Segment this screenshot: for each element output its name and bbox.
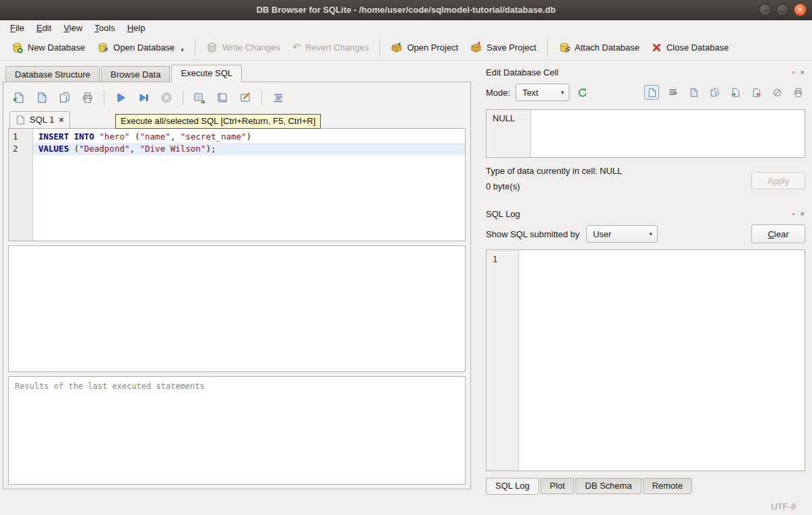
chevron-down-icon: ▾ <box>561 89 565 96</box>
sql-log-filter-row: Show SQL submitted by User ▾ Clear <box>486 224 805 244</box>
tab-database-structure[interactable]: Database Structure <box>5 66 100 82</box>
sql-toolbar <box>8 86 466 109</box>
open-project-button[interactable]: Open Project <box>385 38 464 57</box>
tab-browse-data[interactable]: Browse Data <box>101 66 170 82</box>
menu-file[interactable]: File <box>4 22 30 34</box>
apply-data-icon[interactable] <box>575 85 590 100</box>
results-grid[interactable] <box>8 245 466 372</box>
sql-editor[interactable]: 1 2 INSERT INTO "hero" ("name", "secret_… <box>8 128 466 241</box>
cell-type-info: Type of data currently in cell: NULL <box>486 166 751 176</box>
log-line-number: 1 <box>493 255 497 264</box>
chevron-down-icon: ▾ <box>649 231 652 237</box>
execute-current-line-button[interactable] <box>134 88 153 107</box>
open-project-label: Open Project <box>407 42 458 53</box>
open-sql-dictionary-icon[interactable] <box>213 88 232 107</box>
attach-database-button[interactable]: Attach Database <box>553 38 646 57</box>
titlebar: DB Browser for SQLite - /home/user/code/… <box>0 0 812 20</box>
save-project-button[interactable]: Save Project <box>464 38 542 57</box>
results-message-area[interactable]: Results of the last executed statements <box>8 376 466 485</box>
execute-sql-panel: SQL 1 × Execute all/selected SQL [Ctrl+R… <box>3 82 471 489</box>
export-cell-data-icon[interactable] <box>749 85 763 100</box>
sql-punct: ) <box>247 131 252 142</box>
new-database-icon <box>11 42 23 53</box>
write-changes-label: Write Changes <box>222 42 280 53</box>
menu-tools[interactable]: Tools <box>88 22 121 34</box>
print-cell-icon[interactable] <box>790 85 805 100</box>
float-dock-icon[interactable]: ▫ <box>792 210 795 218</box>
menu-help[interactable]: Help <box>121 22 152 34</box>
dock-tab-sql-log[interactable]: SQL Log <box>486 478 539 495</box>
line-number: 1 <box>9 131 32 143</box>
close-window-button[interactable]: × <box>794 3 807 16</box>
revert-changes-button: ↶ Revert Changes <box>286 38 375 57</box>
sql-toolbar-separator <box>104 90 104 105</box>
sql-punct: ( <box>69 144 79 154</box>
close-dock-icon[interactable]: × <box>801 210 805 218</box>
edit-cell-icon-cluster <box>644 85 805 100</box>
sql-log-view[interactable]: 1 <box>486 249 805 471</box>
save-sql-file-as-icon[interactable] <box>55 88 74 107</box>
open-database-icon <box>97 42 108 53</box>
sql-punct: , <box>170 131 181 142</box>
import-cell-data-icon[interactable] <box>728 85 743 100</box>
main-tabbar: Database Structure Browse Data Execute S… <box>0 65 474 82</box>
sql-line-2: VALUES ("Deadpond", "Dive Wilson"); <box>33 143 465 155</box>
attach-database-label: Attach Database <box>575 42 639 53</box>
execute-sql-tooltip: Execute all/selected SQL [Ctrl+Return, F… <box>115 114 321 129</box>
copy-cell-icon[interactable] <box>686 85 701 100</box>
mode-combobox[interactable]: Text ▾ <box>516 84 569 101</box>
tab-execute-sql[interactable]: Execute SQL <box>171 65 242 82</box>
sql-code[interactable]: INSERT INTO "hero" ("name", "secret_name… <box>33 129 465 241</box>
menu-edit[interactable]: Edit <box>30 22 57 34</box>
dock-tab-db-schema[interactable]: DB Schema <box>575 478 641 494</box>
dock-tab-remote[interactable]: Remote <box>643 478 693 494</box>
main-toolbar: New Database Open Database ▾ Write Chang… <box>0 35 812 61</box>
submitted-by-value: User <box>593 229 611 239</box>
save-project-label: Save Project <box>487 42 536 53</box>
sql-string: "Dive Wilson" <box>140 144 206 154</box>
cell-editor[interactable]: NULL <box>486 109 805 158</box>
sql-file-tab[interactable]: SQL 1 × <box>9 111 70 128</box>
export-results-icon[interactable] <box>190 88 209 107</box>
execute-all-sql-button[interactable] <box>111 88 130 107</box>
sql-log-body[interactable] <box>519 250 805 471</box>
close-database-icon <box>652 42 662 53</box>
paste-cell-icon[interactable] <box>707 85 722 100</box>
maximize-button[interactable]: □ <box>776 3 789 16</box>
submitted-by-combobox[interactable]: User ▾ <box>586 225 658 243</box>
menu-view[interactable]: View <box>57 22 88 34</box>
mode-label: Mode: <box>486 88 510 98</box>
sql-line-1: INSERT INTO "hero" ("name", "secret_name… <box>33 131 465 143</box>
sql-file-tab-label: SQL 1 <box>30 115 54 125</box>
open-project-icon <box>391 42 402 53</box>
save-project-icon <box>470 42 482 53</box>
save-sql-file-icon[interactable] <box>32 88 51 107</box>
clear-log-button[interactable]: Clear <box>751 224 805 243</box>
apply-button-label: Apply <box>768 176 790 186</box>
float-dock-icon[interactable]: ▫ <box>792 69 795 76</box>
open-database-button[interactable]: Open Database ▾ <box>91 38 190 57</box>
format-sql-icon[interactable] <box>269 88 288 107</box>
text-mode-button[interactable] <box>644 85 659 100</box>
revert-changes-label: Revert Changes <box>305 42 369 53</box>
close-dock-icon[interactable]: × <box>801 69 805 76</box>
open-sql-file-icon[interactable] <box>9 88 28 107</box>
encoding-indicator: UTF-8 <box>771 502 796 512</box>
print-sql-icon[interactable] <box>78 88 97 107</box>
set-null-icon[interactable] <box>770 85 784 100</box>
revert-changes-icon: ↶ <box>292 42 301 53</box>
write-changes-icon <box>206 42 218 53</box>
word-wrap-button[interactable] <box>665 85 680 100</box>
close-sql-tab-icon[interactable]: × <box>59 115 63 125</box>
sql-identifier: "secret_name" <box>181 131 247 142</box>
new-database-button[interactable]: New Database <box>5 38 91 57</box>
close-database-label: Close Database <box>666 42 729 53</box>
find-replace-icon[interactable] <box>236 88 255 107</box>
open-database-dropdown-icon[interactable]: ▾ <box>181 47 184 53</box>
close-database-button[interactable]: Close Database <box>646 38 735 57</box>
minimize-button[interactable]: – <box>759 3 772 16</box>
sql-keyword: VALUES <box>38 144 69 154</box>
cell-editor-body[interactable] <box>531 110 805 157</box>
dock-tab-plot[interactable]: Plot <box>540 478 574 494</box>
cell-editor-gutter: NULL <box>487 110 531 157</box>
